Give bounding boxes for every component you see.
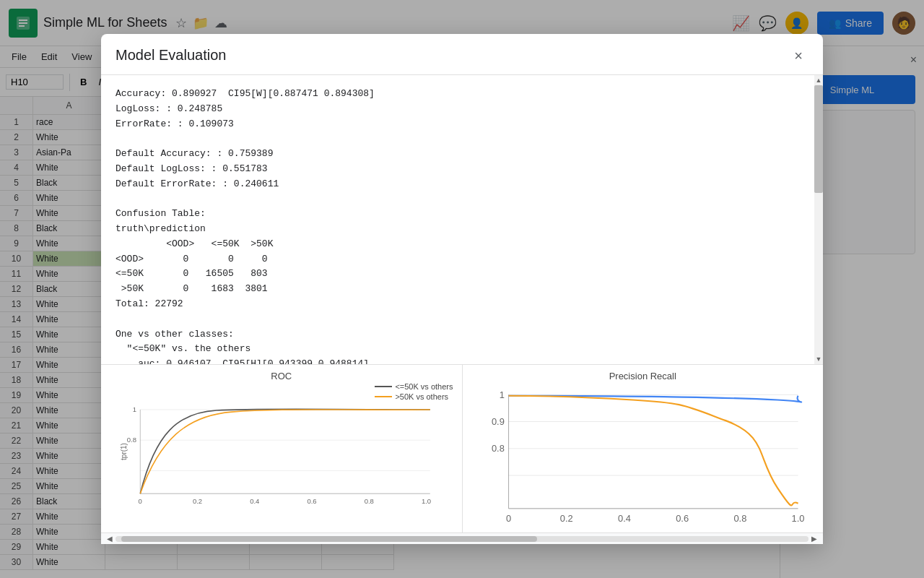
svg-text:0.9: 0.9	[491, 416, 504, 427]
svg-text:0.8: 0.8	[127, 436, 136, 444]
svg-text:0.6: 0.6	[676, 513, 689, 524]
scroll-down-button[interactable]: ▼	[814, 354, 823, 364]
svg-text:1: 1	[133, 405, 136, 413]
h-scroll-track[interactable]	[116, 536, 808, 542]
h-scroll-left-button[interactable]: ◀	[104, 535, 116, 543]
svg-text:0.4: 0.4	[618, 513, 631, 524]
roc-chart-title: ROC	[110, 371, 453, 381]
precision-chart-svg: 1 0.9 0.8 0 0.2 0.4 0.6 0.8 1.0	[471, 384, 815, 519]
modal-close-button[interactable]: ×	[788, 46, 808, 66]
svg-text:1.0: 1.0	[422, 497, 431, 505]
precision-chart-wrapper: 1 0.9 0.8 0 0.2 0.4 0.6 0.8 1.0	[471, 384, 815, 519]
modal-header: Model Evaluation ×	[101, 34, 823, 75]
sheets-background: Simple ML for Sheets ☆ 📁 ☁ 📈 💬 👤 👥 Share…	[0, 0, 924, 578]
roc-chart-svg: 1 0.8 0 0.2 0.4 0.6 0.8 1.0	[110, 384, 453, 519]
charts-row: ROC <=50K vs others >50K vs others	[101, 365, 823, 532]
roc-chart-container: ROC <=50K vs others >50K vs others	[101, 365, 462, 532]
svg-text:0: 0	[139, 497, 142, 505]
modal-text-scroll[interactable]: Accuracy: 0.890927 CI95[W][0.887471 0.89…	[101, 75, 823, 364]
charts-area: ROC <=50K vs others >50K vs others	[101, 364, 823, 532]
svg-text:0.6: 0.6	[307, 497, 316, 505]
svg-text:1: 1	[499, 389, 504, 400]
svg-text:0.4: 0.4	[250, 497, 259, 505]
roc-chart-wrapper: tpr(1) 1 0.8	[110, 384, 453, 519]
svg-text:1.0: 1.0	[791, 513, 804, 524]
svg-text:0.2: 0.2	[559, 513, 572, 524]
scroll-track	[814, 85, 823, 354]
model-evaluation-text: Accuracy: 0.890927 CI95[W][0.887471 0.89…	[116, 87, 808, 364]
model-evaluation-modal: Model Evaluation × Accuracy: 0.890927 CI…	[101, 34, 823, 544]
scroll-bar: ▲ ▼	[814, 75, 823, 364]
precision-recall-chart-container: Precision Recall	[463, 365, 824, 532]
svg-text:0.8: 0.8	[491, 443, 504, 454]
svg-text:0: 0	[505, 513, 510, 524]
scroll-up-button[interactable]: ▲	[814, 75, 823, 85]
precision-chart-title: Precision Recall	[471, 371, 815, 381]
scroll-thumb[interactable]	[814, 85, 823, 193]
h-scroll-right-button[interactable]: ▶	[808, 535, 820, 543]
svg-text:0.8: 0.8	[365, 497, 374, 505]
roc-y-axis-label: tpr(1)	[120, 443, 128, 460]
modal-body: Accuracy: 0.890927 CI95[W][0.887471 0.89…	[101, 75, 823, 544]
modal-overlay: Model Evaluation × Accuracy: 0.890927 CI…	[0, 0, 924, 578]
svg-text:0.8: 0.8	[733, 513, 746, 524]
svg-text:0.2: 0.2	[193, 497, 202, 505]
modal-bottom-scrollbar: ◀ ▶	[101, 532, 823, 544]
h-scroll-thumb[interactable]	[121, 536, 537, 542]
modal-title: Model Evaluation	[116, 47, 226, 64]
